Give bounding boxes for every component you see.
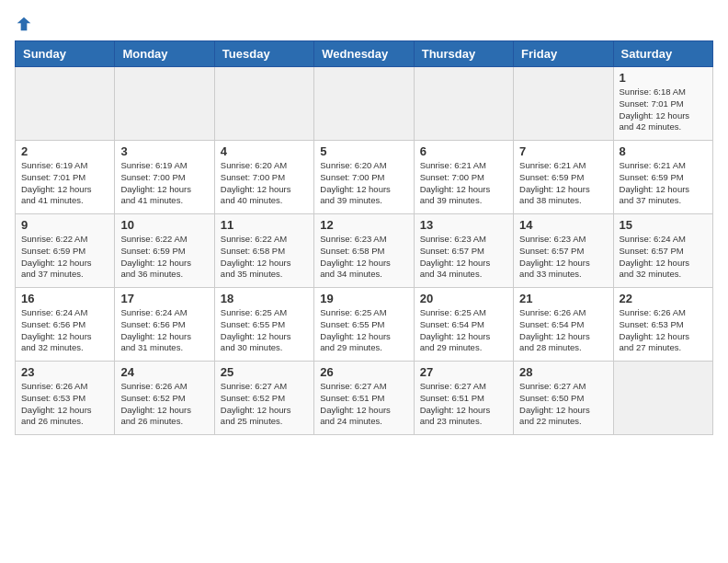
calendar-cell: 14Sunrise: 6:23 AM Sunset: 6:57 PM Dayli… [514,214,613,288]
day-number: 1 [620,71,707,85]
calendar-cell: 1Sunrise: 6:18 AM Sunset: 7:01 PM Daylig… [613,67,712,141]
day-number: 20 [420,292,507,305]
day-number: 28 [519,365,607,379]
calendar-header-row: SundayMondayTuesdayWednesdayThursdayFrid… [16,41,713,67]
day-info: Sunrise: 6:25 AM Sunset: 6:55 PM Dayligh… [221,307,308,354]
calendar-cell [613,362,712,435]
day-number: 24 [120,365,208,379]
logo-icon [15,15,33,33]
calendar-cell: 21Sunrise: 6:26 AM Sunset: 6:54 PM Dayli… [514,288,613,362]
day-info: Sunrise: 6:22 AM Sunset: 6:58 PM Dayligh… [221,234,308,281]
day-number: 10 [120,218,208,232]
day-info: Sunrise: 6:23 AM Sunset: 6:58 PM Dayligh… [320,234,407,281]
calendar-table: SundayMondayTuesdayWednesdayThursdayFrid… [15,40,713,435]
day-info: Sunrise: 6:21 AM Sunset: 6:59 PM Dayligh… [620,160,707,207]
calendar-cell: 26Sunrise: 6:27 AM Sunset: 6:51 PM Dayli… [314,362,414,435]
calendar-week-row: 1Sunrise: 6:18 AM Sunset: 7:01 PM Daylig… [16,67,713,141]
svg-marker-0 [17,17,31,31]
day-info: Sunrise: 6:22 AM Sunset: 6:59 PM Dayligh… [21,234,108,281]
calendar-cell: 20Sunrise: 6:25 AM Sunset: 6:54 PM Dayli… [414,288,513,362]
calendar-day-header: Monday [115,41,214,67]
calendar-cell: 2Sunrise: 6:19 AM Sunset: 7:01 PM Daylig… [16,141,115,214]
day-info: Sunrise: 6:24 AM Sunset: 6:57 PM Dayligh… [620,234,707,281]
day-number: 21 [519,292,607,305]
calendar-cell: 8Sunrise: 6:21 AM Sunset: 6:59 PM Daylig… [613,141,712,214]
day-info: Sunrise: 6:24 AM Sunset: 6:56 PM Dayligh… [21,307,108,354]
calendar-cell: 15Sunrise: 6:24 AM Sunset: 6:57 PM Dayli… [613,214,712,288]
logo [15,15,37,33]
day-info: Sunrise: 6:25 AM Sunset: 6:55 PM Dayligh… [320,307,407,354]
calendar-cell [314,67,414,141]
day-info: Sunrise: 6:26 AM Sunset: 6:54 PM Dayligh… [519,307,607,354]
calendar-cell: 19Sunrise: 6:25 AM Sunset: 6:55 PM Dayli… [314,288,414,362]
calendar-week-row: 23Sunrise: 6:26 AM Sunset: 6:53 PM Dayli… [16,362,713,435]
day-info: Sunrise: 6:18 AM Sunset: 7:01 PM Dayligh… [620,86,707,133]
calendar-cell [16,67,115,141]
day-number: 8 [620,144,707,158]
day-info: Sunrise: 6:21 AM Sunset: 7:00 PM Dayligh… [420,160,507,207]
calendar-cell: 9Sunrise: 6:22 AM Sunset: 6:59 PM Daylig… [16,214,115,288]
calendar-cell: 12Sunrise: 6:23 AM Sunset: 6:58 PM Dayli… [314,214,414,288]
calendar-cell: 17Sunrise: 6:24 AM Sunset: 6:56 PM Dayli… [115,288,214,362]
day-info: Sunrise: 6:19 AM Sunset: 7:01 PM Dayligh… [21,160,108,207]
day-info: Sunrise: 6:27 AM Sunset: 6:52 PM Dayligh… [221,381,308,428]
header [15,15,713,33]
day-info: Sunrise: 6:27 AM Sunset: 6:50 PM Dayligh… [519,381,607,428]
day-info: Sunrise: 6:26 AM Sunset: 6:52 PM Dayligh… [120,381,208,428]
day-info: Sunrise: 6:20 AM Sunset: 7:00 PM Dayligh… [320,160,407,207]
day-info: Sunrise: 6:23 AM Sunset: 6:57 PM Dayligh… [420,234,507,281]
day-info: Sunrise: 6:21 AM Sunset: 6:59 PM Dayligh… [519,160,607,207]
day-number: 4 [221,144,308,158]
day-number: 9 [21,218,108,232]
calendar-day-header: Friday [514,41,613,67]
day-info: Sunrise: 6:26 AM Sunset: 6:53 PM Dayligh… [620,307,707,354]
day-info: Sunrise: 6:24 AM Sunset: 6:56 PM Dayligh… [120,307,208,354]
calendar-day-header: Wednesday [314,41,414,67]
day-number: 15 [620,218,707,232]
calendar-cell [414,67,513,141]
day-info: Sunrise: 6:19 AM Sunset: 7:00 PM Dayligh… [120,160,208,207]
day-number: 3 [120,144,208,158]
day-info: Sunrise: 6:25 AM Sunset: 6:54 PM Dayligh… [420,307,507,354]
calendar-cell: 23Sunrise: 6:26 AM Sunset: 6:53 PM Dayli… [16,362,115,435]
day-number: 13 [420,218,507,232]
calendar-cell: 28Sunrise: 6:27 AM Sunset: 6:50 PM Dayli… [514,362,613,435]
day-number: 12 [320,218,407,232]
calendar-week-row: 16Sunrise: 6:24 AM Sunset: 6:56 PM Dayli… [16,288,713,362]
day-info: Sunrise: 6:26 AM Sunset: 6:53 PM Dayligh… [21,381,108,428]
calendar-cell: 5Sunrise: 6:20 AM Sunset: 7:00 PM Daylig… [314,141,414,214]
calendar-day-header: Sunday [16,41,115,67]
day-info: Sunrise: 6:27 AM Sunset: 6:51 PM Dayligh… [320,381,407,428]
day-info: Sunrise: 6:22 AM Sunset: 6:59 PM Dayligh… [120,234,208,281]
day-number: 5 [320,144,407,158]
day-number: 25 [221,365,308,379]
calendar-cell: 27Sunrise: 6:27 AM Sunset: 6:51 PM Dayli… [414,362,513,435]
calendar-week-row: 9Sunrise: 6:22 AM Sunset: 6:59 PM Daylig… [16,214,713,288]
day-number: 16 [21,292,108,305]
day-number: 17 [120,292,208,305]
calendar-cell: 24Sunrise: 6:26 AM Sunset: 6:52 PM Dayli… [115,362,214,435]
day-number: 14 [519,218,607,232]
calendar-day-header: Thursday [414,41,513,67]
day-info: Sunrise: 6:20 AM Sunset: 7:00 PM Dayligh… [221,160,308,207]
day-number: 27 [420,365,507,379]
day-number: 22 [620,292,707,305]
day-number: 6 [420,144,507,158]
day-number: 26 [320,365,407,379]
day-number: 23 [21,365,108,379]
calendar-cell: 16Sunrise: 6:24 AM Sunset: 6:56 PM Dayli… [16,288,115,362]
calendar-cell [115,67,214,141]
calendar-day-header: Saturday [613,41,712,67]
calendar-cell: 7Sunrise: 6:21 AM Sunset: 6:59 PM Daylig… [514,141,613,214]
day-number: 2 [21,144,108,158]
calendar-cell: 22Sunrise: 6:26 AM Sunset: 6:53 PM Dayli… [613,288,712,362]
calendar-cell: 11Sunrise: 6:22 AM Sunset: 6:58 PM Dayli… [214,214,313,288]
calendar-cell: 4Sunrise: 6:20 AM Sunset: 7:00 PM Daylig… [214,141,313,214]
calendar-cell: 10Sunrise: 6:22 AM Sunset: 6:59 PM Dayli… [115,214,214,288]
calendar-week-row: 2Sunrise: 6:19 AM Sunset: 7:01 PM Daylig… [16,141,713,214]
calendar-cell [214,67,313,141]
day-info: Sunrise: 6:27 AM Sunset: 6:51 PM Dayligh… [420,381,507,428]
calendar-cell: 25Sunrise: 6:27 AM Sunset: 6:52 PM Dayli… [214,362,313,435]
day-number: 19 [320,292,407,305]
day-number: 11 [221,218,308,232]
